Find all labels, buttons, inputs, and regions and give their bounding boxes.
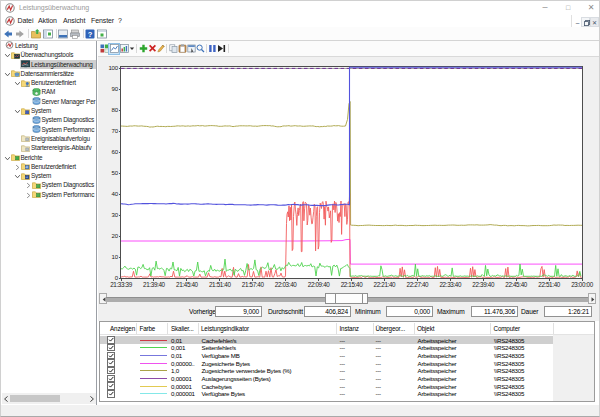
svg-text:21:51:40: 21:51:40 (209, 281, 232, 288)
svg-text:50: 50 (112, 169, 119, 176)
svg-text:80: 80 (112, 106, 119, 113)
svg-text:10: 10 (112, 253, 119, 260)
svg-text:20: 20 (112, 232, 119, 239)
svg-text:30: 30 (112, 211, 119, 218)
svg-text:22:51:40: 22:51:40 (538, 281, 561, 288)
svg-text:22:33:40: 22:33:40 (439, 281, 462, 288)
svg-text:22:27:40: 22:27:40 (407, 281, 430, 288)
svg-text:?: ? (88, 30, 93, 39)
svg-text:21:57:40: 21:57:40 (242, 281, 265, 288)
svg-text:90: 90 (112, 85, 119, 92)
svg-text:22:45:40: 22:45:40 (505, 281, 528, 288)
svg-text:23:00:00: 23:00:00 (571, 281, 594, 288)
svg-text:60: 60 (112, 148, 119, 155)
svg-text:100: 100 (108, 64, 118, 71)
svg-text:40: 40 (112, 190, 119, 197)
svg-text:21:39:40: 21:39:40 (143, 281, 166, 288)
svg-text:22:39:40: 22:39:40 (472, 281, 495, 288)
svg-text:21:33:39: 21:33:39 (110, 281, 133, 288)
svg-text:22:15:40: 22:15:40 (341, 281, 364, 288)
svg-text:22:09:40: 22:09:40 (308, 281, 331, 288)
svg-text:22:21:40: 22:21:40 (374, 281, 397, 288)
svg-text:21:45:40: 21:45:40 (176, 281, 199, 288)
svg-text:70: 70 (112, 127, 119, 134)
svg-text:22:03:40: 22:03:40 (275, 281, 298, 288)
